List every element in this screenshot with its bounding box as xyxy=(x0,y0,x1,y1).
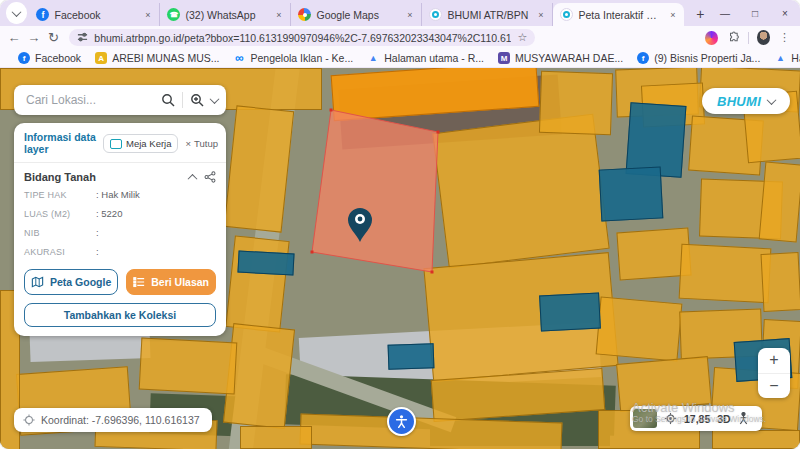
browser-menu-icon[interactable]: ⋮ xyxy=(779,31,790,44)
extension-icon[interactable] xyxy=(705,31,718,45)
field-value: : Hak Milik xyxy=(96,189,140,200)
tambahkan-koleksi-button[interactable]: Tambahkan ke Koleksi xyxy=(24,303,216,327)
mode-3d-button[interactable]: 3D xyxy=(717,413,730,425)
amber-parcel[interactable] xyxy=(225,235,289,332)
address-bar[interactable]: bhumi.atrbpn.go.id/peta?bbox=110.6131990… xyxy=(69,29,535,46)
accessibility-widget-button[interactable] xyxy=(387,407,416,436)
amber-parcel[interactable] xyxy=(679,244,772,304)
bhumi-logo-menu[interactable]: BHUMI xyxy=(702,88,790,114)
tab-close-icon[interactable]: × xyxy=(274,10,283,20)
location-search-bar[interactable] xyxy=(14,85,226,115)
peta-google-button[interactable]: Peta Google xyxy=(24,269,118,295)
search-input[interactable] xyxy=(24,92,154,108)
tab-close-icon[interactable]: × xyxy=(668,10,677,20)
browser-tab[interactable]: (32) WhatsApp× xyxy=(160,3,291,26)
amber-parcel[interactable] xyxy=(139,338,238,395)
zoom-out-button[interactable]: − xyxy=(758,373,790,399)
field-row: LUAS (M2): 5220 xyxy=(14,208,226,219)
close-panel-button[interactable]: × Tutup xyxy=(183,138,218,149)
teal-parcel[interactable] xyxy=(599,166,664,221)
locate-icon[interactable] xyxy=(664,412,677,425)
new-tab-button[interactable]: + xyxy=(690,4,710,24)
tab-title: Google Maps xyxy=(316,9,400,21)
amber-parcel[interactable] xyxy=(432,114,609,269)
amber-parcel[interactable] xyxy=(224,105,294,232)
beri-ulasan-button[interactable]: Beri Ulasan xyxy=(126,269,216,295)
search-divider xyxy=(182,92,183,108)
gads-favicon xyxy=(367,52,379,64)
bookmark-item[interactable]: Pengelola Iklan - Ke... xyxy=(233,52,353,64)
bookmark-item[interactable]: Halaman utama - R... xyxy=(367,52,484,64)
amber-parcel[interactable] xyxy=(616,356,712,412)
field-label: LUAS (M2) xyxy=(24,209,96,219)
field-label: AKURASI xyxy=(24,247,96,257)
bookmark-item[interactable]: Facebook xyxy=(18,52,81,64)
location-pin-icon xyxy=(348,208,372,242)
teal-parcel[interactable] xyxy=(539,292,601,331)
bookmark-item[interactable]: (9) Bisnis Properti Ja... xyxy=(637,52,760,64)
meja-kerja-button[interactable]: Meja Kerja xyxy=(103,134,178,153)
panel-title: Informasi data layer xyxy=(24,132,98,155)
teal-parcel[interactable] xyxy=(237,251,294,276)
workspace-icon xyxy=(110,139,122,149)
bookmark-item[interactable]: AREBI MUNAS MUS... xyxy=(95,52,219,64)
close-button[interactable]: × xyxy=(770,8,800,19)
collapse-chevron-up-icon[interactable] xyxy=(188,174,198,184)
amber-parcel[interactable] xyxy=(761,252,800,312)
browser-tab[interactable]: Peta Interaktif BHUMI ATR/B× xyxy=(553,3,684,26)
gmaps-favicon xyxy=(298,8,311,21)
search-icon[interactable] xyxy=(161,93,175,107)
meta-favicon xyxy=(233,52,245,64)
share-icon[interactable] xyxy=(204,171,216,183)
scale-value: 17,85 xyxy=(684,413,710,425)
forward-button[interactable]: → xyxy=(24,30,44,45)
field-row: TIPE HAK: Hak Milik xyxy=(14,189,226,200)
parcel-fields: TIPE HAK: Hak MilikLUAS (M2): 5220NIB:AK… xyxy=(14,189,226,257)
browser-tab[interactable]: BHUMI ATR/BPN× xyxy=(422,3,553,26)
bookmark-item[interactable]: Halaman utama - R... xyxy=(774,52,800,64)
tab-search-icon[interactable] xyxy=(6,2,27,24)
section-title: Bidang Tanah xyxy=(24,171,181,183)
surveyor-icon[interactable] xyxy=(738,412,749,425)
amber-parcel[interactable] xyxy=(539,71,613,135)
url-text: bhumi.atrbpn.go.id/peta?bbox=110.6131990… xyxy=(94,32,511,44)
bookmark-item[interactable]: MUSYAWARAH DAE... xyxy=(498,52,623,64)
tab-strip: Facebook×(32) WhatsApp×Google Maps×BHUMI… xyxy=(0,0,800,26)
bookmark-star-icon[interactable]: ☆ xyxy=(517,31,527,44)
amber-parcel[interactable] xyxy=(596,297,683,362)
bookmark-label: Halaman utama - R... xyxy=(384,52,484,64)
basemap-thumbnail[interactable] xyxy=(633,409,657,428)
maximize-button[interactable]: □ xyxy=(740,8,770,19)
peta-google-label: Peta Google xyxy=(50,276,111,288)
minimize-button[interactable]: — xyxy=(710,8,740,19)
tab-close-icon[interactable]: × xyxy=(405,10,414,20)
profile-avatar[interactable] xyxy=(757,30,770,45)
map-canvas[interactable]: Informasi data layer Meja Kerja × Tutup … xyxy=(0,68,800,449)
zoom-in-button[interactable]: + xyxy=(758,348,790,373)
tab-close-icon[interactable]: × xyxy=(143,10,152,20)
review-list-icon xyxy=(133,276,145,288)
field-label: NIB xyxy=(24,228,96,238)
tab-title: BHUMI ATR/BPN xyxy=(447,9,531,21)
field-value: : xyxy=(96,227,99,238)
browser-toolbar: ← → ↻ bhumi.atrbpn.go.id/peta?bbox=110.6… xyxy=(0,26,800,49)
field-value: : xyxy=(96,246,99,257)
teal-parcel[interactable] xyxy=(388,343,435,370)
amber-parcel[interactable] xyxy=(759,161,800,242)
tab-close-icon[interactable]: × xyxy=(536,10,545,20)
site-settings-icon[interactable] xyxy=(77,32,88,43)
bookmark-label: Pengelola Iklan - Ke... xyxy=(250,52,353,64)
chevron-down-icon[interactable] xyxy=(210,94,220,104)
zoom-area-icon[interactable] xyxy=(190,93,204,107)
amber-parcel[interactable] xyxy=(712,430,800,449)
back-button[interactable]: ← xyxy=(4,30,24,45)
map-icon xyxy=(31,276,44,288)
map-zoom-controls: + − xyxy=(758,348,790,398)
reload-button[interactable]: ↻ xyxy=(44,30,64,45)
toolbar-divider xyxy=(748,32,749,44)
amber-parcel[interactable] xyxy=(240,426,312,449)
browser-tab[interactable]: Google Maps× xyxy=(291,3,422,26)
browser-tab[interactable]: Facebook× xyxy=(29,3,160,26)
extensions-puzzle-icon[interactable] xyxy=(728,31,740,44)
tab-title: Peta Interaktif BHUMI ATR/B xyxy=(578,9,663,21)
